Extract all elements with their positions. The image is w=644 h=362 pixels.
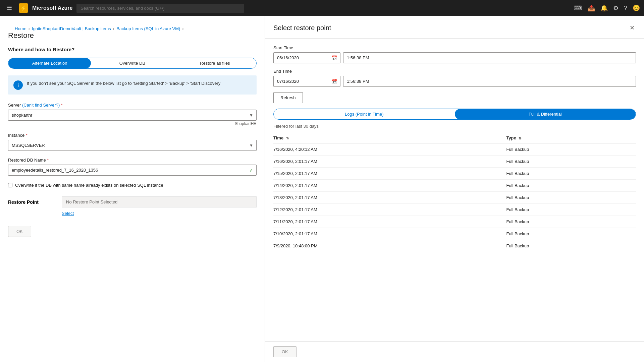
restore-type-tab-toggle: Logs (Point in Time) Full & Differential xyxy=(273,109,636,120)
settings-icon[interactable]: ⚙ xyxy=(613,4,619,12)
info-box: i If you don't see your SQL Server in th… xyxy=(8,75,257,95)
left-panel: Home › IgniteShopkartDemoVault | Backup … xyxy=(0,16,265,362)
restored-db-field-group: Restored DB Name * ✓ xyxy=(8,158,257,176)
time-sort-icon[interactable]: ⇅ xyxy=(286,136,289,140)
full-differential-tab-btn[interactable]: Full & Differential xyxy=(455,109,636,119)
overwrite-db-btn[interactable]: Overwrite DB xyxy=(91,58,173,68)
panel-header: Select restore point ✕ xyxy=(265,16,644,39)
breadcrumb: Home › IgniteShopkartDemoVault | Backup … xyxy=(8,23,257,31)
restore-time-cell: 7/16/2020, 4:20:12 AM xyxy=(273,143,506,156)
start-date-input[interactable] xyxy=(273,52,340,63)
server-hint: ShopkartHR xyxy=(8,121,257,126)
search-input[interactable] xyxy=(76,4,244,13)
end-time-group: End Time 📅 xyxy=(273,69,636,87)
restored-db-label: Restored DB Name * xyxy=(8,158,257,163)
main-layout: Home › IgniteShopkartDemoVault | Backup … xyxy=(0,16,644,362)
table-row[interactable]: 7/12/2020, 2:01:17 AM Full Backup xyxy=(273,204,636,216)
instance-select[interactable]: MSSQLSERVER xyxy=(8,140,257,151)
end-time-input[interactable] xyxy=(343,76,636,87)
help-icon[interactable]: ? xyxy=(624,5,627,12)
end-date-input[interactable] xyxy=(273,76,340,87)
start-time-row: 📅 xyxy=(273,52,636,63)
hamburger-icon[interactable]: ☰ xyxy=(4,3,15,13)
restore-time-cell: 7/12/2020, 2:01:17 AM xyxy=(273,204,506,216)
right-panel: Select restore point ✕ Start Time 📅 End … xyxy=(265,16,644,362)
table-row[interactable]: 7/16/2020, 2:01:17 AM Full Backup xyxy=(273,156,636,168)
table-row[interactable]: 7/13/2020, 2:01:17 AM Full Backup xyxy=(273,192,636,204)
restore-time-cell: 7/15/2020, 2:01:17 AM xyxy=(273,168,506,180)
end-time-label: End Time xyxy=(273,69,636,74)
close-button[interactable]: ✕ xyxy=(628,23,636,33)
restore-point-value: No Restore Point Selected xyxy=(62,196,257,207)
restore-time-cell: 7/10/2020, 2:01:17 AM xyxy=(273,228,506,240)
restore-time-cell: 7/9/2020, 10:48:00 PM xyxy=(273,240,506,252)
table-row[interactable]: 7/15/2020, 2:01:17 AM Full Backup xyxy=(273,168,636,180)
top-navigation: ☰ ⚡ Microsoft Azure ⌨ 📥 🔔 ⚙ ? 😊 xyxy=(0,0,644,16)
logs-tab-btn[interactable]: Logs (Point in Time) xyxy=(274,109,455,119)
restore-type-cell: Full Backup xyxy=(506,228,636,240)
filter-text: Filtered for last 30 days xyxy=(273,124,636,129)
server-field-group: Server (Can't find Server?) * shopkarthr… xyxy=(8,103,257,126)
restore-type-toggle: Alternate Location Overwrite DB Restore … xyxy=(8,58,257,69)
end-time-row: 📅 xyxy=(273,76,636,87)
overwrite-checkbox-row: Overwrite if the DB with same name alrea… xyxy=(8,182,257,188)
start-time-group: Start Time 📅 xyxy=(273,45,636,63)
ok-button-left[interactable]: OK xyxy=(8,226,31,237)
type-sort-icon[interactable]: ⇅ xyxy=(519,136,521,140)
download-icon[interactable]: 📥 xyxy=(588,4,595,12)
restored-db-input[interactable] xyxy=(8,165,257,176)
restore-time-cell: 7/13/2020, 2:01:17 AM xyxy=(273,192,506,204)
restore-point-label: Restore Point xyxy=(8,199,55,205)
alternate-location-btn[interactable]: Alternate Location xyxy=(8,58,91,68)
table-row[interactable]: 7/16/2020, 4:20:12 AM Full Backup xyxy=(273,143,636,156)
azure-icon: ⚡ xyxy=(19,3,28,13)
restore-type-cell: Full Backup xyxy=(506,240,636,252)
server-label: Server (Can't find Server?) * xyxy=(8,103,257,108)
instance-field-group: Instance * MSSQLSERVER ▼ xyxy=(8,133,257,151)
restore-point-row: Restore Point No Restore Point Selected xyxy=(8,196,257,207)
restore-point-section: Restore Point No Restore Point Selected … xyxy=(8,196,257,216)
restore-type-cell: Full Backup xyxy=(506,156,636,168)
restore-type-cell: Full Backup xyxy=(506,216,636,228)
end-date-wrapper: 📅 xyxy=(273,76,340,87)
section-label: Where and how to Restore? xyxy=(8,47,257,52)
logo-text: Microsoft Azure xyxy=(32,5,72,11)
breadcrumb-backup-items[interactable]: Backup Items (SQL in Azure VM) xyxy=(116,26,180,31)
restore-as-files-btn[interactable]: Restore as files xyxy=(174,58,256,68)
page-title: Restore xyxy=(8,31,257,40)
info-text: If you don't see your SQL Server in the … xyxy=(27,80,221,87)
table-row[interactable]: 7/9/2020, 10:48:00 PM Full Backup xyxy=(273,240,636,252)
instance-select-wrapper: MSSQLSERVER ▼ xyxy=(8,140,257,151)
refresh-button[interactable]: Refresh xyxy=(273,92,303,103)
nav-icons: ⌨ 📥 🔔 ⚙ ? 😊 xyxy=(574,4,640,12)
overwrite-label: Overwrite if the DB with same name alrea… xyxy=(15,182,163,188)
table-row[interactable]: 7/11/2020, 2:01:17 AM Full Backup xyxy=(273,216,636,228)
restore-time-cell: 7/16/2020, 2:01:17 AM xyxy=(273,156,506,168)
instance-label: Instance * xyxy=(8,133,257,138)
start-date-wrapper: 📅 xyxy=(273,52,340,63)
panel-footer: OK xyxy=(265,341,644,362)
profile-icon[interactable]: 😊 xyxy=(633,4,640,12)
restore-type-cell: Full Backup xyxy=(506,204,636,216)
overwrite-checkbox[interactable] xyxy=(8,183,12,187)
restore-time-cell: 7/14/2020, 2:01:17 AM xyxy=(273,180,506,192)
terminal-icon[interactable]: ⌨ xyxy=(574,4,582,12)
restore-type-cell: Full Backup xyxy=(506,168,636,180)
table-row[interactable]: 7/10/2020, 2:01:17 AM Full Backup xyxy=(273,228,636,240)
server-select[interactable]: shopkarthr xyxy=(8,110,257,121)
restore-type-cell: Full Backup xyxy=(506,192,636,204)
table-row[interactable]: 7/14/2020, 2:01:17 AM Full Backup xyxy=(273,180,636,192)
type-column-header[interactable]: Type ⇅ xyxy=(506,133,636,143)
server-select-wrapper: shopkarthr ▼ xyxy=(8,110,257,121)
cant-find-server-link[interactable]: (Can't find Server?) xyxy=(22,103,60,108)
ok-button-right[interactable]: OK xyxy=(273,346,297,357)
restore-type-cell: Full Backup xyxy=(506,143,636,156)
bell-icon[interactable]: 🔔 xyxy=(600,4,608,12)
breadcrumb-vault[interactable]: IgniteShopkartDemoVault | Backup items xyxy=(32,26,111,31)
check-icon: ✓ xyxy=(249,168,253,173)
panel-title: Select restore point xyxy=(273,24,331,32)
start-time-input[interactable] xyxy=(343,52,636,63)
breadcrumb-home[interactable]: Home xyxy=(15,26,26,31)
time-column-header[interactable]: Time ⇅ xyxy=(273,133,506,143)
select-restore-point-link[interactable]: Select xyxy=(62,211,74,216)
